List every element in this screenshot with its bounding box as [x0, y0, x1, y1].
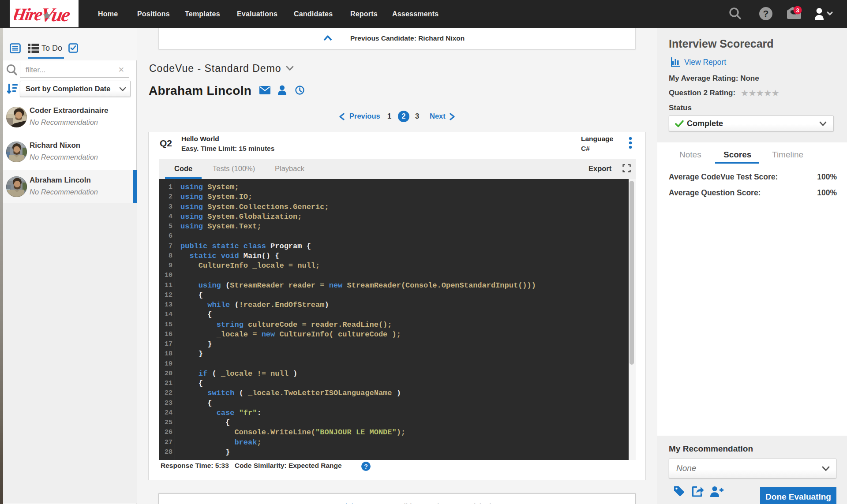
- svg-text:?: ?: [364, 463, 368, 470]
- svg-text:3: 3: [796, 7, 799, 14]
- svg-text:Hire: Hire: [14, 4, 44, 24]
- svg-text:?: ?: [763, 8, 769, 19]
